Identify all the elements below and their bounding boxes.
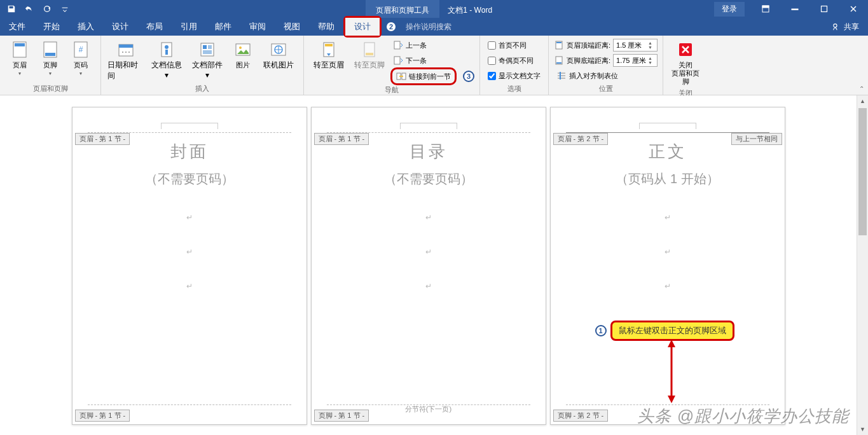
tab-view[interactable]: 视图 bbox=[275, 18, 309, 36]
page-subtitle: （不需要页码） bbox=[72, 170, 307, 188]
picture-icon bbox=[233, 39, 253, 60]
svg-rect-13 bbox=[119, 45, 133, 48]
ribbon: 页眉▾ 页脚▾ # 页码▾ 页眉和页脚 日期和时间 文档信息▾ bbox=[0, 36, 868, 95]
tab-insert[interactable]: 插入 bbox=[69, 18, 103, 36]
group-close: 关闭页眉和页脚 关闭 bbox=[663, 36, 708, 95]
scroll-thumb[interactable] bbox=[858, 108, 867, 235]
undo-button[interactable] bbox=[22, 1, 37, 17]
share-button[interactable]: 共享 bbox=[823, 18, 868, 36]
minimize-button[interactable] bbox=[780, 0, 809, 18]
svg-rect-37 bbox=[556, 42, 561, 43]
doc-info-icon bbox=[156, 39, 177, 60]
docparts-button[interactable]: 文档部件▾ bbox=[188, 38, 227, 81]
close-icon bbox=[675, 39, 696, 60]
qat-customize[interactable] bbox=[57, 1, 72, 17]
svg-marker-43 bbox=[668, 340, 675, 347]
svg-rect-39 bbox=[556, 62, 561, 64]
tab-hf-design[interactable]: 设计 bbox=[345, 18, 380, 36]
footer-dist-icon bbox=[554, 55, 564, 66]
svg-rect-19 bbox=[165, 50, 168, 55]
footer-distance-input[interactable]: 1.75 厘米▲▼ bbox=[613, 54, 658, 67]
title-bar: 页眉和页脚工具 文档1 - Word 登录 bbox=[0, 0, 868, 18]
footer-section-tag: 页脚 - 第 2 节 - bbox=[553, 410, 609, 422]
save-button[interactable] bbox=[4, 1, 19, 17]
group-insert: 日期和时间 文档信息▾ 文档部件▾ 图片 联机图片 插入 bbox=[101, 36, 304, 95]
section-break-label: 分节符(下一页) bbox=[405, 404, 451, 414]
annotation-number-1: 1 bbox=[595, 325, 607, 336]
share-label: 共享 bbox=[844, 18, 859, 36]
redo-button[interactable] bbox=[39, 1, 55, 17]
quick-access-toolbar bbox=[0, 1, 72, 17]
tab-mail[interactable]: 邮件 bbox=[206, 18, 240, 36]
diff-odd-even-checkbox[interactable]: 奇偶页不同 bbox=[485, 53, 543, 67]
page-subtitle: （页码从 1 开始） bbox=[551, 170, 785, 188]
svg-text:#: # bbox=[79, 45, 83, 54]
group-header-footer: 页眉▾ 页脚▾ # 页码▾ 页眉和页脚 bbox=[0, 36, 101, 95]
close-window-button[interactable] bbox=[839, 0, 868, 18]
scroll-down-button[interactable]: ▼ bbox=[857, 424, 868, 435]
diff-first-checkbox[interactable]: 首页不同 bbox=[485, 38, 543, 52]
picture-button[interactable]: 图片 bbox=[228, 38, 258, 71]
close-hf-button[interactable]: 关闭页眉和页脚 bbox=[668, 38, 703, 87]
page-1[interactable]: 页眉 - 第 1 节 - 封面 （不需要页码） ↵↵↵ 页脚 - 第 1 节 - bbox=[72, 107, 307, 425]
online-picture-button[interactable]: 联机图片 bbox=[259, 38, 298, 72]
ribbon-display-button[interactable] bbox=[751, 0, 780, 18]
header-distance-input[interactable]: 1.5 厘米▲▼ bbox=[613, 39, 658, 52]
previous-button[interactable]: 上一条 bbox=[390, 38, 474, 52]
group-navigation: 转至页眉 转至页脚 上一条 下一条 bbox=[304, 36, 480, 95]
scroll-up-button[interactable]: ▲ bbox=[857, 95, 868, 107]
goto-header-button[interactable]: 转至页眉 bbox=[309, 38, 348, 72]
tab-help[interactable]: 帮助 bbox=[309, 18, 343, 36]
tell-me-search[interactable]: 操作说明搜索 bbox=[397, 18, 460, 36]
tab-design-main[interactable]: 设计 bbox=[103, 18, 137, 36]
maximize-button[interactable] bbox=[809, 0, 839, 18]
annotation-outline-2: 设计 bbox=[343, 16, 382, 38]
svg-rect-4 bbox=[822, 6, 827, 12]
insert-align-tab-button[interactable]: 插入对齐制表位 bbox=[554, 69, 658, 83]
link-to-previous-button[interactable]: 链接到前一节 bbox=[394, 69, 453, 83]
vertical-scrollbar[interactable]: ▲ ▼ bbox=[857, 95, 868, 435]
header-zone[interactable] bbox=[88, 125, 291, 133]
header-section-tag: 页眉 - 第 2 节 - bbox=[553, 133, 609, 145]
header-button[interactable]: 页眉▾ bbox=[5, 38, 34, 78]
svg-rect-33 bbox=[394, 57, 400, 64]
annotation-number-3: 3 bbox=[463, 71, 474, 82]
page-3[interactable]: 页眉 - 第 2 节 - 与上一节相同 正文 （页码从 1 开始） ↵↵↵ 1 … bbox=[550, 107, 785, 425]
footer-distance-row: 页脚底端距离: 1.75 厘米▲▼ bbox=[554, 53, 658, 67]
page-2[interactable]: 页眉 - 第 1 节 - 目录 （不需要页码） ↵↵↵ 分节符(下一页) 页脚 … bbox=[311, 107, 546, 425]
group-position: 页眉顶端距离: 1.5 厘米▲▼ 页脚底端距离: 1.75 厘米▲▼ 插入对齐制… bbox=[549, 36, 663, 95]
svg-rect-23 bbox=[203, 50, 212, 54]
footer-button[interactable]: 页脚▾ bbox=[36, 38, 65, 78]
svg-point-14 bbox=[122, 52, 123, 53]
datetime-button[interactable]: 日期和时间 bbox=[106, 38, 146, 83]
tab-review[interactable]: 审阅 bbox=[240, 18, 275, 36]
svg-rect-29 bbox=[325, 44, 333, 46]
next-button[interactable]: 下一条 bbox=[390, 53, 474, 67]
page-number-button[interactable]: # 页码▾ bbox=[66, 38, 95, 78]
login-button[interactable]: 登录 bbox=[714, 2, 745, 17]
footer-section-tag: 页脚 - 第 1 节 - bbox=[314, 410, 369, 422]
contextual-tab-title: 页眉和页脚工具 bbox=[366, 0, 439, 18]
goto-footer-button[interactable]: 转至页脚 bbox=[350, 38, 389, 72]
annotation-outline-3: 链接到前一节 bbox=[390, 67, 457, 85]
svg-point-5 bbox=[834, 24, 837, 27]
svg-rect-32 bbox=[394, 41, 400, 49]
tab-layout[interactable]: 布局 bbox=[137, 18, 172, 36]
group-options: 首页不同 奇偶页不同 显示文档文字 选项 bbox=[480, 36, 549, 95]
footer-icon bbox=[40, 39, 60, 60]
svg-point-16 bbox=[128, 52, 130, 53]
header-zone[interactable] bbox=[327, 125, 530, 133]
tab-references[interactable]: 引用 bbox=[172, 18, 206, 36]
header-zone[interactable] bbox=[566, 125, 769, 133]
svg-rect-2 bbox=[762, 6, 769, 8]
page-number-icon: # bbox=[71, 39, 91, 60]
online-picture-icon bbox=[268, 39, 289, 60]
docinfo-button[interactable]: 文档信息▾ bbox=[147, 38, 186, 81]
show-doc-text-checkbox[interactable]: 显示文档文字 bbox=[485, 69, 543, 83]
ribbon-tabs: 文件 开始 插入 设计 布局 引用 邮件 审阅 视图 帮助 设计 2 操作说明搜… bbox=[0, 18, 868, 36]
tab-file[interactable]: 文件 bbox=[0, 18, 34, 36]
tab-home[interactable]: 开始 bbox=[34, 18, 69, 36]
svg-point-25 bbox=[239, 46, 242, 49]
svg-rect-31 bbox=[366, 53, 373, 55]
ribbon-collapse-button[interactable]: ⌃ bbox=[859, 85, 864, 92]
